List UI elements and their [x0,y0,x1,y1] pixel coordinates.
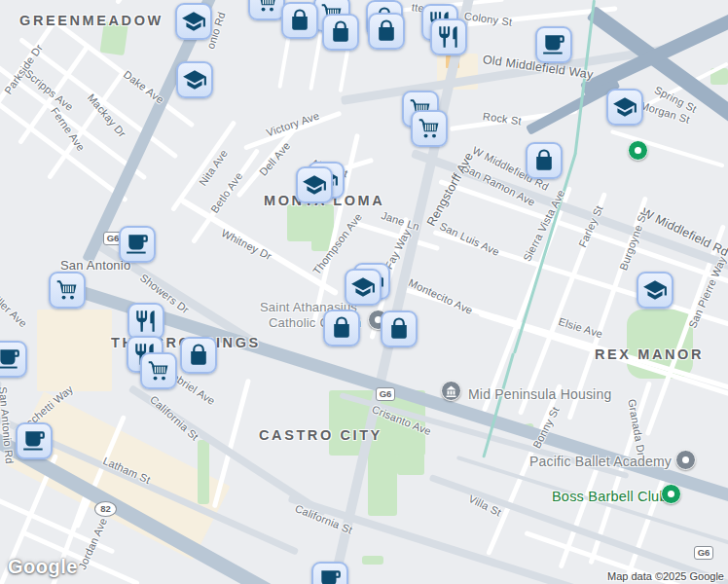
cart-pin[interactable] [411,110,448,147]
map-canvas[interactable]: tte StColony StOld Middlefield WaySpring… [0,0,728,584]
bag-pin[interactable] [322,14,359,51]
graduation-cap-icon [182,67,207,92]
pins-layer [0,0,728,584]
school-pin[interactable] [175,3,212,40]
bag-pin[interactable] [368,13,405,50]
coffee-cup-icon [21,428,47,454]
shopping-cart-icon [55,277,80,303]
shopping-bag-icon [186,343,211,368]
school-pin[interactable] [345,269,382,306]
graduation-cap-icon [612,94,637,120]
restaurant-icon [436,24,461,50]
restaurant-icon [133,309,159,334]
bag-pin[interactable] [180,337,217,374]
restaurant-pin[interactable] [127,303,164,340]
school-pin[interactable] [296,166,333,203]
restaurant-pin[interactable] [430,18,467,55]
bag-pin[interactable] [381,310,418,347]
map-attribution: Map data ©2025 Google [607,570,724,582]
shopping-bag-icon [329,315,354,341]
graduation-cap-icon [642,277,668,303]
shopping-cart-icon [146,358,171,383]
bag-pin[interactable] [323,310,360,347]
coffee-cup-icon [125,232,150,257]
shopping-cart-icon [417,116,442,141]
shopping-bag-icon [374,18,399,44]
coffee-cup-icon [541,32,566,57]
cart-pin[interactable] [248,0,285,20]
cart-pin[interactable] [49,272,86,309]
cafe-pin[interactable] [119,226,156,263]
cafe-pin[interactable] [535,26,572,63]
graduation-cap-icon [350,274,376,300]
shopping-bag-icon [328,19,353,45]
coffee-cup-icon [317,567,343,584]
school-pin[interactable] [176,61,213,98]
cafe-pin[interactable] [16,422,53,459]
cart-pin[interactable] [140,352,177,389]
shopping-cart-icon [254,0,279,15]
cafe-pin[interactable] [311,562,348,584]
shopping-bag-icon [287,8,312,33]
shopping-bag-icon [531,148,557,173]
shopping-bag-icon [386,316,412,342]
graduation-cap-icon [302,172,327,198]
coffee-cup-icon [0,347,21,372]
cafe-pin[interactable] [0,341,27,378]
google-logo[interactable]: Google [8,556,78,578]
graduation-cap-icon [181,9,206,34]
school-pin[interactable] [637,272,673,309]
bag-pin[interactable] [526,142,563,179]
bag-pin[interactable] [281,2,318,39]
school-pin[interactable] [606,89,643,126]
